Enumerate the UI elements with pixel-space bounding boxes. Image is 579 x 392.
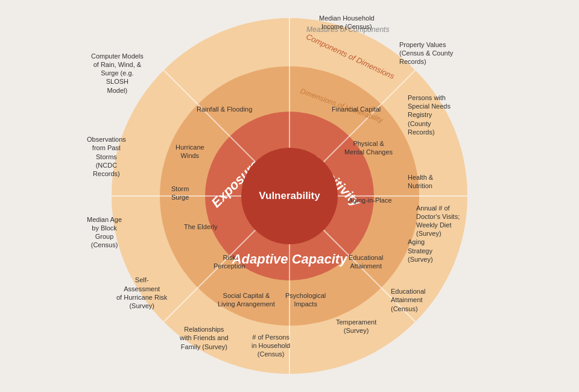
ann-aging-strategy: AgingStrategy(Survey) [408, 238, 433, 264]
ann-health-nutrition: Health &Nutrition [408, 173, 433, 191]
ann-aging-in-place: Aging-in-Place [349, 196, 392, 204]
ann-persons-special: Persons withSpecial NeedsRegistry(County… [408, 93, 451, 136]
ann-social-capital: Social Capital &Living Arrangement [218, 291, 275, 309]
core-label: Vulnerability [259, 190, 320, 202]
ann-educational-attainment: EducationalAttainment [349, 253, 384, 271]
ann-hurricane-winds: HurricaneWinds [176, 143, 204, 160]
core-circle: Vulnerability [241, 148, 338, 244]
ann-physical-mental: Physical &Mental Changes [344, 139, 393, 157]
ann-educational-census: EducationalAttainment(Census) [391, 287, 426, 313]
ann-storm-surge: StormSurge [171, 185, 189, 202]
ann-financial-capital: Financial Capital [332, 105, 381, 113]
ann-temperament: Temperament(Survey) [336, 318, 376, 335]
adaptive-label: Adaptive Capacity [232, 251, 347, 267]
ann-median-age: Median Ageby BlockGroup(Census) [87, 215, 122, 250]
ann-median-household: Median HouseholdIncome (Census) [319, 14, 375, 31]
ann-property-values: Property Values(Census & CountyRecords) [399, 40, 453, 66]
ann-rainfall-flooding: Rainfall & Flooding [197, 105, 252, 113]
vulnerability-diagram: Vulnerability Exposure Sensitivity Adapt… [78, 6, 501, 386]
ann-annual-visits: Annual # ofDoctor's Visits;Weekly Diet(S… [416, 204, 460, 238]
ann-psychological: PsychologicalImpacts [285, 291, 326, 309]
ann-computer-models: Computer Modelsof Rain, Wind, &Surge (e.… [91, 52, 144, 95]
ann-persons-household: # of Personsin Household(Census) [252, 333, 290, 359]
ann-the-elderly: The Elderly [184, 223, 218, 231]
ann-relationships: Relationshipswith Friends andFamily (Sur… [180, 325, 229, 351]
ann-observations: Observationsfrom PastStorms(NCDCRecords) [87, 135, 126, 178]
ann-risk-perception: RiskPerception [214, 253, 245, 271]
ann-self-assessment: Self-Assessmentof Hurricane Risk(Survey) [116, 276, 167, 310]
